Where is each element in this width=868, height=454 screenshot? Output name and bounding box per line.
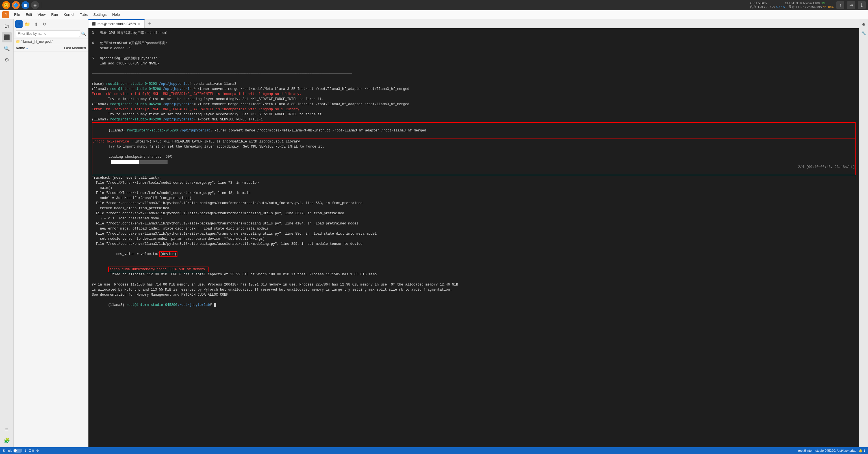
status-notification[interactable]: 🔔 1 [859, 449, 865, 453]
status-right: root@intern-studio-045290: /opt/jupyterl… [798, 449, 865, 453]
col-name-label: Name [16, 46, 25, 50]
gpu-value: 0% [821, 1, 825, 5]
terminal-line-red-box: (llama3) root@intern-studio-045290:/opt/… [92, 122, 856, 139]
terminal-progress-line: Loading checkpoint shards: 50% 2/4 [00:4… [92, 149, 856, 175]
status-toggle[interactable] [13, 449, 22, 453]
app-logo: J [2, 11, 9, 18]
terminal-line: ry in use. Process 1171580 has 714.00 Mi… [92, 282, 856, 287]
status-left: Simple 1 ⚃ 0 ⚙ [3, 449, 39, 453]
menu-help[interactable]: Help [110, 11, 123, 18]
file-panel: + 📁 ⬆ ↻ 🔍 📁 / llama3_hf_merged / Name ▲ … [13, 19, 88, 447]
refresh-btn[interactable]: ↻ [41, 20, 48, 28]
status-bar: Simple 1 ⚃ 0 ⚙ root@intern-studio-045290… [0, 447, 868, 454]
status-mode[interactable]: Simple [3, 449, 22, 453]
avatar-icon[interactable]: 😊 [2, 1, 10, 9]
status-line[interactable]: 1 [25, 449, 26, 452]
terminal-line [92, 36, 856, 41]
file-sort-name[interactable]: Name ▲ [16, 46, 64, 50]
terminal-line: Error: mkl-service + Intel(R) MKL: MKL_T… [92, 92, 856, 97]
activity-extensions[interactable]: ⚙ [2, 55, 12, 65]
col-modified-label: Last Modified [64, 46, 86, 50]
file-panel-toolbar: + 📁 ⬆ ↻ [13, 19, 88, 29]
terminal-line: (llama3) root@intern-studio-045290:/opt/… [92, 102, 856, 107]
topbar: 😊 🔷 ◼ ◉ CPU 5.06% GPU-1: 30% Nvidia A100… [0, 0, 868, 10]
terminal-line: ) = cls._load_pretrained_model( [92, 216, 856, 221]
rs-settings-icon[interactable]: ⚙ [860, 21, 867, 28]
content-area: ⬛ root@intern-studio-04529 ✕ + 3. 查看 GPU… [88, 19, 859, 447]
main-layout: 🗂 ⬛ 🔍 ⚙ ≡ 🧩 + 📁 ⬆ ↻ 🔍 📁 / llama3_hf_merg… [0, 19, 868, 447]
tab-terminal[interactable]: ⬛ root@intern-studio-04529 ✕ [88, 19, 145, 28]
terminal-line: model = AutoModelForCausalLM.from_pretra… [92, 195, 856, 201]
terminal-line: See documentation for Memory Management … [92, 292, 856, 297]
tab-label: root@intern-studio-04529 [97, 22, 136, 26]
terminal-line: File "/root/.conda/envs/llama3/lib/pytho… [92, 211, 856, 216]
gpu-label: GPU-1: 30% Nvidia A100 [785, 1, 820, 5]
activity-files[interactable]: 🗂 [2, 21, 12, 31]
cpu-label: CPU [750, 1, 757, 5]
upload-btn[interactable]: ⬆ [32, 20, 39, 28]
terminal-line-device: new_value = value.to((device) [92, 246, 856, 262]
vscode-icon[interactable]: ◼ [22, 1, 29, 9]
status-line-num: 1 [25, 449, 26, 452]
terminal-prompt-line: (llama3) root@intern-studio-045290:/opt/… [92, 297, 856, 313]
topbar-metrics: CPU 5.06% GPU-1: 30% Nvidia A100 0% 内存 4… [750, 1, 866, 9]
terminal-line: lab add {YOUR_CONDA_ENV_NAME} [92, 61, 856, 66]
jupyter-icon[interactable]: 🔷 [12, 1, 20, 9]
nav-icon[interactable]: ◉ [31, 1, 39, 9]
breadcrumb-path: / llama3_hf_merged / [21, 39, 53, 43]
share-btn[interactable]: ⇥ [847, 1, 855, 9]
file-list [13, 52, 88, 447]
status-kernel-text: root@intern-studio-045290: /opt/jupyterl… [798, 449, 857, 452]
status-col[interactable]: ⚃ 0 [29, 449, 34, 453]
status-settings-icon[interactable]: ⚙ [36, 449, 39, 453]
terminal-line: File "/root/.conda/envs/llama3/lib/pytho… [92, 231, 856, 236]
tab-add-btn[interactable]: + [145, 19, 155, 28]
filter-search-icon[interactable]: 🔍 [81, 31, 86, 36]
terminal-line-cuda-error: torch.cuda.OutOfMemoryError: CUDA out of… [92, 262, 856, 282]
upload-btn[interactable]: ↑ [836, 1, 844, 9]
new-folder-btn[interactable]: 📁 [24, 20, 31, 28]
terminal-line: Traceback (most recent call last): [92, 175, 856, 180]
menu-edit[interactable]: Edit [23, 11, 35, 18]
activity-git[interactable]: ≡ [2, 424, 12, 434]
terminal-line: (base) root@intern-studio-045290:/opt/ju… [92, 82, 856, 87]
activity-terminal[interactable]: ⬛ [2, 32, 12, 42]
tab-close-btn[interactable]: ✕ [137, 22, 141, 26]
menu-file[interactable]: File [11, 11, 23, 18]
terminal-line: 3. 查看 GPU 显存和算力使用率：studio-smi [92, 31, 856, 36]
activity-puzzle[interactable]: 🧩 [2, 435, 12, 446]
terminal-line [92, 51, 856, 56]
terminal-line: is allocated by PyTorch, and 113.55 MiB … [92, 287, 856, 292]
terminal-line: main() [92, 185, 856, 190]
file-header: Name ▲ Last Modified [13, 45, 88, 52]
mem-value: 5.57% [776, 5, 785, 8]
filter-input[interactable] [16, 30, 80, 37]
menu-run[interactable]: Run [48, 11, 61, 18]
right-sidebar: ⚙ 🔧 [859, 19, 868, 447]
terminal-line: File "/root/.conda/envs/llama3/lib/pytho… [92, 221, 856, 226]
status-col-val: 0 [32, 449, 34, 452]
cpu-metric: CPU 5.06% GPU-1: 30% Nvidia A100 0% 内存 4… [750, 1, 834, 9]
menubar: J File Edit View Run Kernel Tabs Setting… [0, 10, 868, 19]
info-btn[interactable]: ℹ [858, 1, 866, 9]
activity-bar: 🗂 ⬛ 🔍 ⚙ ≡ 🧩 [0, 19, 13, 447]
topbar-separator [42, 2, 42, 8]
folder-icon: 📁 [16, 39, 20, 43]
menu-kernel[interactable]: Kernel [61, 11, 77, 18]
menu-tabs[interactable]: Tabs [77, 11, 90, 18]
terminal-line: return model_class.from_pretrained( [92, 206, 856, 211]
terminal-line [92, 76, 856, 82]
filter-box: 🔍 [13, 29, 88, 38]
status-kernel-info[interactable]: root@intern-studio-045290: /opt/jupyterl… [798, 449, 857, 452]
activity-search[interactable]: 🔍 [2, 43, 12, 54]
menu-settings[interactable]: Settings [90, 11, 110, 18]
terminal-line: File "/root/XTuner/xtuner/tools/model_co… [92, 190, 856, 195]
tab-bar: ⬛ root@intern-studio-04529 ✕ + [88, 19, 859, 28]
terminal-line: Error: mkl-service + Intel(R) MKL: MKL_T… [92, 107, 856, 112]
rs-wrench-icon[interactable]: 🔧 [860, 29, 867, 37]
menu-view[interactable]: View [35, 11, 48, 18]
new-file-btn[interactable]: + [15, 20, 23, 28]
terminal-area[interactable]: 3. 查看 GPU 显存和算力使用率：studio-smi 4. 使用Inter… [88, 28, 859, 447]
status-mode-label: Simple [3, 449, 12, 452]
terminal-line: Try to import numpy first or set the thr… [92, 144, 856, 149]
